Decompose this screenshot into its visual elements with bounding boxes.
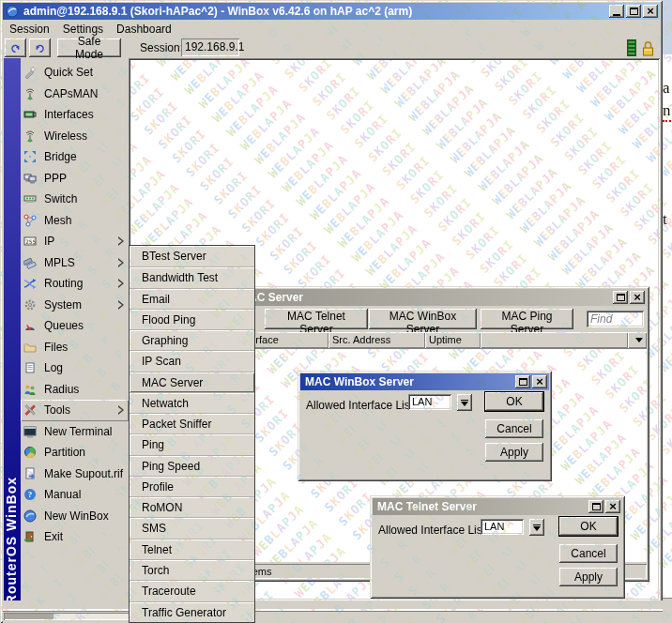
- submenu-item-ip-scan[interactable]: IP Scan: [130, 350, 254, 371]
- session-field[interactable]: 192.168.9.1: [181, 38, 239, 56]
- column-select-dropdown[interactable]: [628, 332, 647, 348]
- submenu-item-profile[interactable]: Profile: [130, 476, 254, 496]
- sidebar-item-mpls[interactable]: MPLS: [21, 252, 129, 274]
- maximize-button[interactable]: [626, 5, 641, 18]
- close-button[interactable]: ×: [630, 291, 645, 304]
- submenu-item-bandwidth-test[interactable]: Bandwidth Test: [130, 266, 254, 287]
- maximize-button[interactable]: [515, 375, 530, 388]
- mac-telnet-server-button[interactable]: MAC Telnet Server: [265, 309, 368, 329]
- sidebar-item-capsman[interactable]: CAPsMAN: [21, 84, 129, 105]
- sidebar-item-exit[interactable]: Exit: [21, 526, 129, 548]
- allowed-interface-list-value[interactable]: LAN: [481, 519, 524, 535]
- submenu-item-flood-ping[interactable]: Flood Ping: [130, 309, 254, 329]
- sidebar-item-quick-set[interactable]: Quick Set: [21, 62, 129, 84]
- sidebar-item-label: Exit: [44, 530, 63, 543]
- sidebar-item-wireless[interactable]: Wireless: [21, 126, 129, 147]
- ok-button[interactable]: OK: [485, 392, 543, 411]
- redo-icon: [35, 41, 45, 55]
- mac-ping-server-button[interactable]: MAC Ping Server: [481, 309, 573, 329]
- winbox-icon: [23, 509, 37, 523]
- column-header-src-address[interactable]: Src. Address: [328, 332, 425, 348]
- allowed-interface-list-value[interactable]: LAN: [408, 394, 451, 410]
- mac-server-toolbar: MAC Telnet ServerMAC WinBox ServerMAC Pi…: [235, 306, 647, 332]
- submenu-item-sms[interactable]: SMS: [130, 517, 254, 538]
- sidebar-item-bridge[interactable]: Bridge: [21, 146, 129, 168]
- mac-server-titlebar[interactable]: MAC Server ×: [235, 289, 647, 306]
- wand-icon: [23, 66, 37, 79]
- sidebar-item-make-supout-rif[interactable]: Make Supout.rif: [21, 463, 129, 485]
- submenu-item-email[interactable]: Email: [130, 288, 254, 309]
- mac-winbox-server-button[interactable]: MAC WinBox Server: [369, 309, 477, 329]
- submenu-arrow-icon: [118, 258, 125, 267]
- sidebar-item-switch[interactable]: Switch: [21, 189, 129, 210]
- scrollbar-thumb[interactable]: [5, 614, 53, 619]
- submenu-item-netwatch[interactable]: Netwatch: [130, 392, 254, 413]
- minimize-button[interactable]: [609, 5, 624, 18]
- sidebar-item-system[interactable]: System: [21, 295, 129, 316]
- maximize-button[interactable]: [588, 500, 603, 513]
- connection-status-icon: [626, 39, 637, 56]
- exit-icon: [23, 530, 37, 543]
- undo-button[interactable]: [5, 38, 26, 57]
- find-input[interactable]: [587, 311, 644, 327]
- sidebar-item-queues[interactable]: Queues: [21, 315, 129, 337]
- submenu-item-packet-sniffer[interactable]: Packet Sniffer: [130, 413, 254, 433]
- ok-button[interactable]: OK: [559, 517, 618, 536]
- menu-dashboard[interactable]: Dashboard: [110, 20, 178, 38]
- sidebar-item-ip[interactable]: 255IP: [21, 231, 129, 252]
- submenu-item-ping[interactable]: Ping: [130, 433, 254, 454]
- mac-server-column-headers: InterfaceSrc. AddressUptime: [235, 332, 647, 348]
- sidebar-item-new-winbox[interactable]: New WinBox: [21, 506, 129, 527]
- submenu-item-mac-server[interactable]: MAC Server: [130, 372, 254, 392]
- tools-submenu: BTest ServerBandwidth TestEmailFlood Pin…: [129, 245, 255, 623]
- routing-icon: [23, 277, 37, 290]
- allowed-interface-list-dropdown[interactable]: [529, 519, 544, 536]
- sidebar-item-label: Manual: [44, 488, 81, 501]
- safe-mode-button[interactable]: Safe Mode: [57, 38, 121, 57]
- sidebar-item-partition[interactable]: Partition: [21, 442, 129, 463]
- maximize-icon: [592, 503, 601, 510]
- submenu-item-traceroute[interactable]: Traceroute: [130, 580, 254, 600]
- close-button[interactable]: ×: [643, 5, 658, 18]
- partition-icon: [23, 446, 37, 459]
- sidebar-item-tools[interactable]: Tools: [21, 400, 129, 421]
- undo-icon: [10, 41, 21, 55]
- submenu-item-romon[interactable]: RoMON: [130, 496, 254, 517]
- sidebar-item-files[interactable]: Files: [21, 337, 129, 358]
- close-button[interactable]: ×: [532, 375, 547, 388]
- submenu-item-graphing[interactable]: Graphing: [130, 329, 254, 350]
- submenu-item-torch[interactable]: Torch: [130, 559, 254, 580]
- dialog-titlebar[interactable]: MAC WinBox Server ×: [300, 373, 549, 390]
- sidebar-item-log[interactable]: Log: [21, 357, 129, 379]
- submenu-arrow-icon: [118, 236, 125, 246]
- sidebar-item-label: Bridge: [44, 150, 77, 163]
- menu-session[interactable]: Session: [3, 20, 56, 38]
- maximize-button[interactable]: [613, 291, 628, 304]
- terminal-icon: [23, 425, 37, 438]
- submenu-item-traffic-generator[interactable]: Traffic Generator: [130, 601, 254, 622]
- dialog-title: MAC WinBox Server: [305, 375, 414, 388]
- redo-button[interactable]: [29, 38, 51, 57]
- main-titlebar[interactable]: admin@192.168.9.1 (Skori-hAPac^2) - WinB…: [3, 3, 660, 20]
- sidebar-item-manual[interactable]: ?Manual: [21, 484, 129, 506]
- sidebar-item-radius[interactable]: Radius: [21, 379, 129, 401]
- cancel-button[interactable]: Cancel: [559, 544, 618, 563]
- sidebar-item-new-terminal[interactable]: New Terminal: [21, 421, 129, 443]
- submenu-item-ping-speed[interactable]: Ping Speed: [130, 455, 254, 476]
- sidebar-item-interfaces[interactable]: Interfaces: [21, 104, 129, 126]
- allowed-interface-list-dropdown[interactable]: [457, 394, 472, 411]
- sidebar-item-mesh[interactable]: Mesh: [21, 210, 129, 232]
- apply-button[interactable]: Apply: [559, 568, 618, 586]
- cancel-button[interactable]: Cancel: [485, 419, 543, 438]
- close-button[interactable]: ×: [605, 500, 620, 513]
- background-text-fragment: n: [663, 101, 671, 122]
- sidebar-item-routing[interactable]: Routing: [21, 273, 129, 295]
- sidebar-horizontal-scrollbar[interactable]: [4, 613, 130, 620]
- sidebar-item-ppp[interactable]: PPP: [21, 168, 129, 190]
- submenu-item-btest-server[interactable]: BTest Server: [130, 246, 254, 266]
- column-header-uptime[interactable]: Uptime: [425, 332, 481, 348]
- apply-button[interactable]: Apply: [485, 443, 543, 462]
- sidebar-item-label: Make Supout.rif: [44, 467, 123, 480]
- submenu-item-telnet[interactable]: Telnet: [130, 539, 254, 559]
- dialog-titlebar[interactable]: MAC Telnet Server ×: [373, 498, 622, 515]
